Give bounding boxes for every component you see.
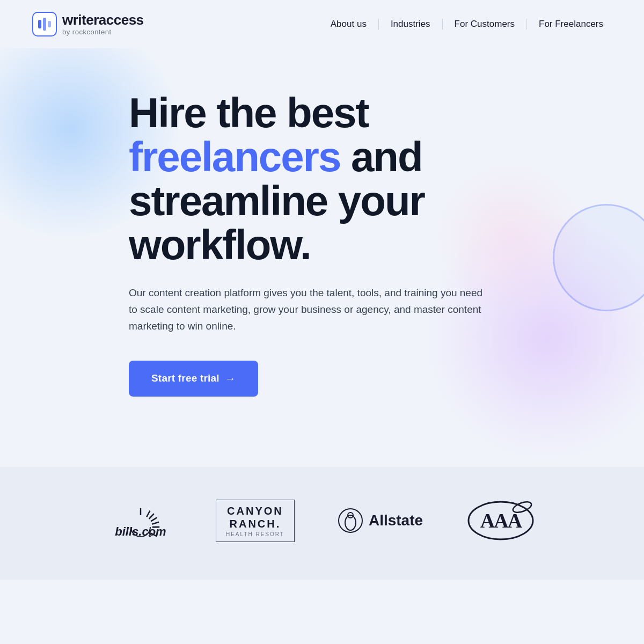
hero-heading: Hire the best freelancers andstreamline … [129,91,547,267]
nav-separator-1 [378,19,379,30]
header: writeraccess by rockcontent About us Ind… [0,0,644,48]
hero-content: Hire the best freelancers andstreamline … [129,91,547,397]
svg-rect-0 [38,20,41,28]
hero-description: Our content creation platform gives you … [129,284,494,335]
nav-industries[interactable]: Industries [382,14,439,34]
logo-text: writeraccess by rockcontent [62,12,144,36]
logo-subtitle: by rockcontent [62,28,144,36]
logo-canyon-ranch: CANYONRANCH. HEALTH RESORT [216,500,295,542]
svg-rect-1 [43,18,46,31]
svg-line-6 [151,516,157,522]
nav-about-us[interactable]: About us [322,14,375,34]
svg-rect-2 [48,21,51,27]
nav-for-customers[interactable]: For Customers [446,14,523,34]
bills-svg: bills.com [108,504,173,537]
nav-for-freelancers[interactable]: For Freelancers [530,14,612,34]
deco-circle [553,204,644,311]
logo-aaa: AAA [466,499,536,542]
logo-name: writeraccess [62,12,144,28]
main-nav: About us Industries For Customers For Fr… [322,14,612,34]
logo-icon [32,12,57,36]
allstate-icon [338,508,363,533]
hero-heading-highlight: freelancers [129,133,340,180]
nav-separator-2 [442,19,443,30]
canyon-ranch-title: CANYONRANCH. [226,504,284,530]
svg-text:bills.com: bills.com [115,525,166,537]
nav-separator-3 [526,19,527,30]
logo-bills: bills.com [108,504,173,537]
svg-line-4 [147,510,150,517]
canyon-ranch-sub: HEALTH RESORT [226,531,284,537]
logo-area: writeraccess by rockcontent [32,12,144,36]
cta-label: Start free trial [151,372,219,384]
allstate-text: Allstate [369,512,423,529]
cta-arrow: → [225,372,236,385]
aaa-svg: AAA [466,499,536,542]
logos-section: bills.com CANYONRANCH. HEALTH RESORT All… [0,467,644,580]
hero-heading-part1: Hire the best [129,89,368,136]
logo-allstate: Allstate [338,508,423,533]
svg-line-5 [149,513,154,520]
hero-section: Hire the best freelancers andstreamline … [0,48,644,467]
cta-button[interactable]: Start free trial → [129,361,258,397]
